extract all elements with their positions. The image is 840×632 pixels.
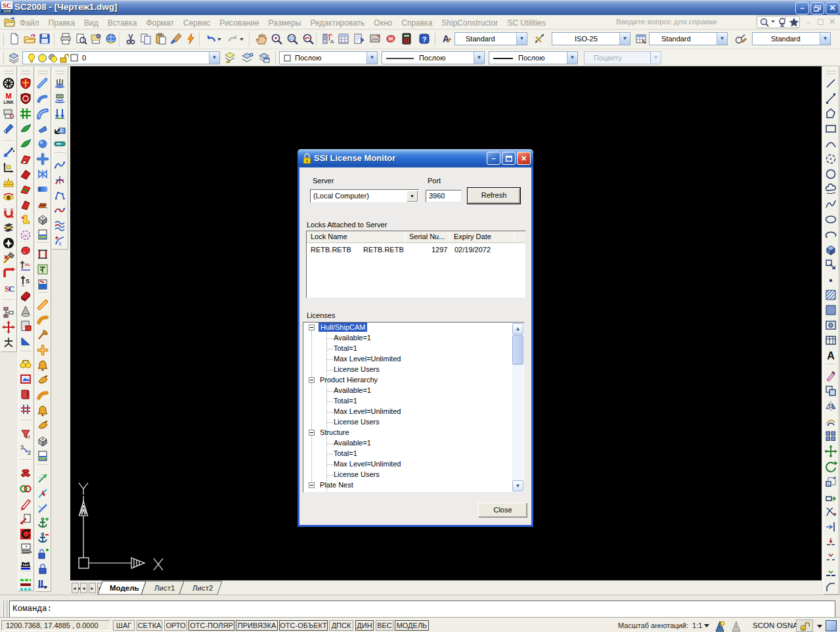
svg-text:C: C xyxy=(9,284,14,294)
svg-text:Лист1: Лист1 xyxy=(154,584,175,592)
svg-text:?: ? xyxy=(422,35,427,43)
svg-text:SC: SC xyxy=(3,2,11,9)
svg-text:Модель: Модель xyxy=(110,584,139,592)
svg-text:LINK: LINK xyxy=(3,100,13,104)
svg-text:2: 2 xyxy=(28,449,31,456)
svg-text:3: 3 xyxy=(20,444,24,451)
svg-text:Лист2: Лист2 xyxy=(192,584,213,592)
svg-text:DXF: DXF xyxy=(39,457,47,461)
svg-text:A: A xyxy=(827,350,835,361)
svg-text:2008: 2008 xyxy=(3,9,11,13)
svg-text:J: J xyxy=(28,203,30,209)
svg-text:A: A xyxy=(330,39,334,45)
svg-text:f: f xyxy=(28,434,30,440)
svg-text:S: S xyxy=(26,278,30,284)
svg-text:nc: nc xyxy=(23,233,28,238)
svg-text:+: + xyxy=(21,215,24,221)
svg-text:A: A xyxy=(443,34,449,44)
svg-text:M: M xyxy=(5,92,11,100)
svg-text:DXF: DXF xyxy=(39,235,47,239)
svg-text:ML: ML xyxy=(25,263,31,267)
